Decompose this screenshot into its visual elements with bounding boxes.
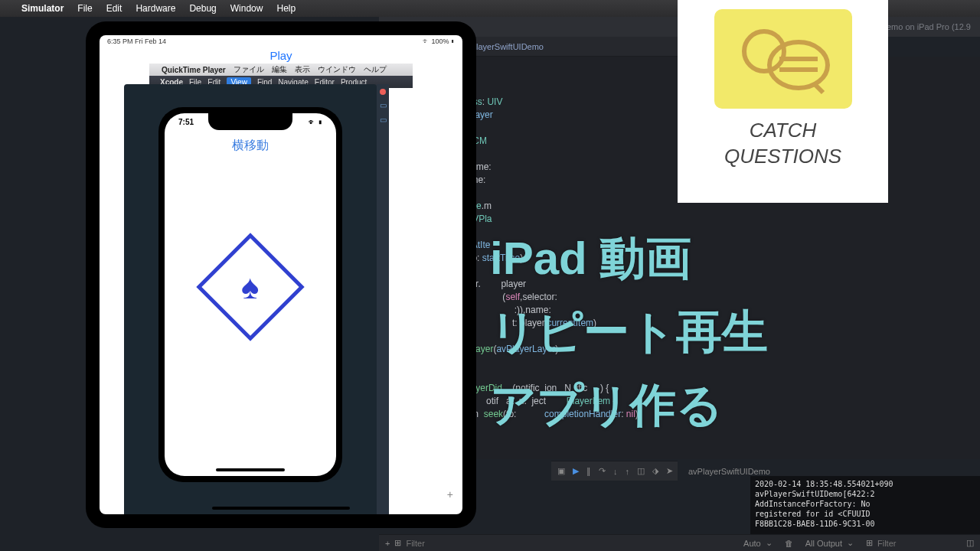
title-overlay: iPad 動画 リピート再生 アプリ作る [490,222,768,442]
logo-card: CATCHQUESTIONS [678,0,888,203]
inner-xcode-sidebar: ▭ ▭ [377,84,389,514]
filter-icon[interactable]: ⊞ [394,538,401,548]
ipad-home-indicator [212,507,350,510]
menu-debug[interactable]: Debug [189,3,216,14]
debug-bar: ▣ ▶ ‖ ↷ ↓ ↑ ◫ ⬗ ➤ avPlayerSwiftUIDemo [551,461,678,481]
menubar-app[interactable]: Simulator [21,3,64,14]
auto-label[interactable]: Auto [743,539,761,548]
iphone-app-title: 横移動 [165,138,336,154]
panel-toggle-icon[interactable]: ◫ [966,538,974,548]
ipad-status-bar: 6:35 PM Fri Feb 14 ᯤ 100% ▮ [100,35,462,47]
overlay-line-3: アプリ作る [490,369,768,442]
debug-target: avPlayerSwiftUIDemo [688,467,770,476]
breakpoint-icon[interactable]: ▣ [557,466,565,476]
menu-edit[interactable]: Edit [106,3,122,14]
qt-menu-file[interactable]: ファイル [234,64,264,75]
menu-file[interactable]: File [77,3,92,14]
overlay-line-2: リピート再生 [490,295,768,369]
inspector-icon[interactable]: ▭ [380,116,387,124]
ipad-screen[interactable]: 6:35 PM Fri Feb 14 ᯤ 100% ▮ Play QuickTi… [100,35,462,514]
inner-simulator-window: 7:51 ᯤ ▮ 横移動 ♠ [124,84,377,514]
ipad-simulator: 6:35 PM Fri Feb 14 ᯤ 100% ▮ Play QuickTi… [86,21,476,528]
step-out-icon[interactable]: ↑ [626,467,630,476]
overlay-line-1: iPad 動画 [490,222,768,295]
folder-icon[interactable]: ▭ [380,101,387,109]
location-icon[interactable]: ➤ [666,466,673,476]
menu-hardware[interactable]: Hardware [136,3,175,14]
continue-icon[interactable]: ▶ [573,466,579,476]
view-debug-icon[interactable]: ◫ [637,466,645,476]
qt-menu-window[interactable]: ウインドウ [318,64,356,75]
quicktime-menubar: QuickTime Player ファイル 編集 表示 ウインドウ ヘルプ [149,64,413,76]
menu-help[interactable]: Help [276,3,296,14]
pause-icon[interactable]: ‖ [586,466,591,476]
iphone-time: 7:51 [178,118,194,126]
add-icon[interactable]: + [385,539,390,548]
step-in-icon[interactable]: ↓ [613,467,618,476]
qt-menu-help[interactable]: ヘルプ [364,64,387,75]
iphone-home-indicator [216,468,285,471]
qt-menu-edit[interactable]: 編集 [272,64,287,75]
debug-console[interactable]: 2020-02-14 18:35:48.554021+090 avPlayerS… [750,476,980,534]
record-icon[interactable] [380,89,386,95]
spade-icon: ♠ [241,268,259,306]
qt-menu-view[interactable]: 表示 [295,64,310,75]
step-over-icon[interactable]: ↷ [599,466,606,476]
add-tab-icon[interactable]: + [447,488,453,500]
qt-app[interactable]: QuickTime Player [162,66,226,74]
output-selector[interactable]: All Output [805,539,842,548]
iphone-notch [208,113,292,130]
diamond-graphic: ♠ [196,233,304,341]
menu-window[interactable]: Window [230,3,263,14]
iphone-signal-icon: ᯤ ▮ [309,118,322,126]
filter-icon-right[interactable]: ⊞ [866,538,873,548]
memory-icon[interactable]: ⬗ [652,466,658,476]
iphone-device: 7:51 ᯤ ▮ 横移動 ♠ [158,107,342,482]
ipad-time: 6:35 PM Fri Feb 14 [107,37,166,45]
catch-questions-logo [714,9,852,109]
iphone-screen[interactable]: 7:51 ᯤ ▮ 横移動 ♠ [165,113,336,476]
logo-text: CATCHQUESTIONS [724,118,841,170]
bottom-bar: +⊞ Auto⌄ 🗑 All Output⌄ ⊞ ◫ [379,534,980,551]
filter-input-left[interactable] [406,539,482,548]
play-button[interactable]: Play [100,47,462,64]
trash-icon[interactable]: 🗑 [785,539,793,548]
filter-input-right[interactable] [877,539,954,548]
ipad-battery: ᯤ 100% ▮ [423,37,455,45]
